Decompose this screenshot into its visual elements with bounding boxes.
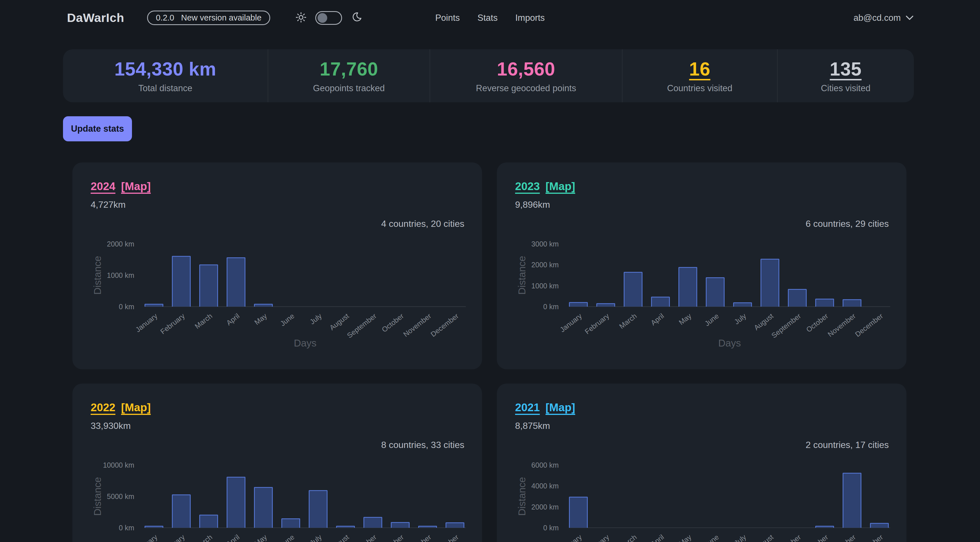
user-menu[interactable]: ab@cd.com (853, 13, 914, 23)
map-link[interactable]: [Map] (546, 401, 575, 413)
x-axis-tick-label: August (752, 533, 775, 542)
y-axis-tick-label: 1000 km (72, 271, 134, 280)
x-axis-line (569, 306, 890, 307)
chart-bar (227, 257, 245, 307)
x-axis-tick-label: July (308, 312, 323, 326)
stat-value: 16,560 (497, 58, 555, 80)
x-axis-line (145, 528, 466, 528)
y-axis-tick-label: 2000 km (72, 240, 134, 248)
year-link[interactable]: 2022 (91, 401, 115, 413)
y-axis-tick-label: 0 km (72, 523, 134, 532)
chart-bar (145, 526, 163, 528)
chart-bar (733, 302, 752, 307)
chart-bar (596, 303, 615, 307)
stat-label: Cities visited (821, 83, 870, 94)
x-axis-tick-label: December (429, 312, 460, 339)
x-axis-tick-label: May (677, 312, 693, 327)
card-title: 2023[Map] (497, 162, 907, 192)
stat-label: Total distance (138, 83, 192, 94)
nav-stats[interactable]: Stats (477, 13, 498, 23)
x-axis-tick-label: February (583, 533, 611, 542)
chart-bar (418, 526, 437, 528)
y-axis-tick-label: 6000 km (497, 461, 559, 469)
x-axis-tick-label: September (770, 533, 802, 542)
countries-visited-link[interactable]: 16 (689, 58, 710, 80)
stat-reverse-geocoded: 16,560 Reverse geocoded points (430, 49, 622, 102)
chart-bar (172, 494, 191, 528)
x-axis-tick-label: April (225, 533, 241, 542)
year-summary: 2 countries, 17 cities (497, 431, 907, 450)
y-axis-tick-label: 1000 km (497, 281, 559, 290)
map-link[interactable]: [Map] (546, 180, 575, 192)
chart-bar (282, 518, 300, 528)
update-stats-button[interactable]: Update stats (63, 116, 132, 141)
new-version-label: New version available (181, 14, 261, 22)
year-link[interactable]: 2021 (515, 401, 540, 413)
year-card-2021: 2021[Map] 8,875km 2 countries, 17 cities… (497, 383, 907, 542)
year-distance: 9,896km (497, 192, 907, 210)
chart-bar (760, 259, 780, 307)
year-card-2023: 2023[Map] 9,896km 6 countries, 29 cities… (497, 162, 907, 369)
x-axis-tick-label: January (558, 312, 584, 334)
stat-value: 154,330 km (114, 58, 216, 80)
x-axis-tick-label: June (278, 533, 296, 542)
stat-label: Reverse geocoded points (476, 83, 576, 94)
y-axis-title: Distance (516, 256, 528, 295)
card-title: 2021[Map] (497, 383, 907, 414)
cities-visited-link[interactable]: 135 (830, 58, 862, 80)
sun-icon (295, 12, 307, 24)
year-card-2022: 2022[Map] 33,930km 8 countries, 33 citie… (72, 383, 482, 542)
x-axis-tick-label: December (853, 312, 885, 339)
x-axis-tick-label: October (805, 533, 830, 542)
chart-bar (309, 490, 328, 528)
nav-points[interactable]: Points (435, 13, 460, 23)
chart-bar (391, 522, 410, 528)
y-axis-tick-label: 0 km (497, 302, 559, 311)
version-badge[interactable]: 0.2.0 New version available (147, 11, 270, 25)
x-axis-tick-label: February (159, 312, 186, 336)
y-axis-tick-label: 0 km (497, 523, 559, 532)
chart-bar (145, 304, 163, 307)
x-axis-tick-label: January (134, 312, 159, 334)
x-axis-tick-label: May (253, 312, 269, 327)
x-axis-tick-label: June (703, 312, 720, 328)
stat-countries-visited: 16 Countries visited (622, 49, 777, 102)
chart-bar (651, 297, 670, 307)
user-email: ab@cd.com (853, 13, 901, 23)
chart-bar (254, 487, 273, 528)
app-logo[interactable]: DaWarIch (67, 11, 124, 25)
year-link[interactable]: 2024 (91, 180, 115, 192)
chart-bar (678, 267, 697, 307)
stat-total-distance: 154,330 km Total distance (63, 49, 268, 102)
chart-bar (706, 277, 725, 307)
chart-bar (843, 473, 861, 528)
toggle-knob (318, 13, 327, 23)
map-link[interactable]: [Map] (121, 401, 151, 413)
chart-bar (788, 289, 807, 307)
year-link[interactable]: 2023 (515, 180, 540, 192)
chart-bar (815, 299, 834, 307)
stat-geopoints: 17,760 Geopoints tracked (268, 49, 430, 102)
theme-toggle[interactable] (315, 11, 342, 25)
chart-bar (363, 517, 382, 528)
x-axis-tick-label: September (345, 312, 378, 340)
stat-label: Geopoints tracked (313, 83, 385, 94)
x-axis-tick-label: August (752, 312, 775, 332)
chart-bar (199, 264, 218, 307)
x-axis-tick-label: September (345, 533, 378, 542)
x-axis-line (145, 306, 466, 307)
x-axis-tick-label: October (380, 533, 405, 542)
nav-imports[interactable]: Imports (515, 13, 545, 23)
y-axis-tick-label: 4000 km (497, 482, 559, 490)
x-axis-line (569, 528, 890, 528)
x-axis-tick-label: June (278, 312, 296, 328)
summary-stats: 154,330 km Total distance 17,760 Geopoin… (63, 49, 914, 102)
chart-bar (870, 523, 889, 528)
card-title: 2024[Map] (72, 162, 482, 192)
x-axis-tick-label: July (308, 533, 323, 542)
x-axis-tick-label: October (380, 312, 405, 334)
year-distance: 33,930km (72, 414, 482, 431)
stat-label: Countries visited (667, 83, 732, 94)
x-axis-tick-label: November (402, 533, 433, 542)
map-link[interactable]: [Map] (121, 180, 151, 192)
